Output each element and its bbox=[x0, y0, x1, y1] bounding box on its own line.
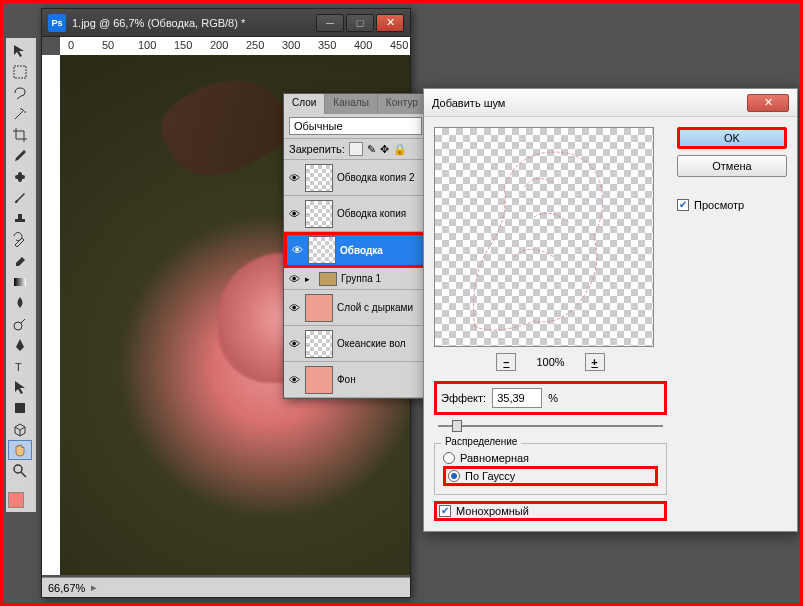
tool-eyedropper[interactable] bbox=[8, 146, 32, 166]
tool-brush[interactable] bbox=[8, 188, 32, 208]
tool-eraser[interactable] bbox=[8, 251, 32, 271]
dialog-close-button[interactable]: ✕ bbox=[747, 94, 789, 112]
visibility-icon[interactable]: 👁 bbox=[287, 301, 301, 315]
dialog-titlebar[interactable]: Добавить шум ✕ bbox=[424, 89, 797, 117]
document-titlebar[interactable]: Ps 1.jpg @ 66,7% (Обводка, RGB/8) * ─ □ … bbox=[42, 9, 410, 37]
chevron-right-icon[interactable]: ▸ bbox=[305, 274, 315, 284]
layer-row-active[interactable]: 👁 Обводка bbox=[284, 232, 427, 268]
layer-thumb bbox=[305, 330, 333, 358]
ruler-vertical bbox=[42, 55, 60, 575]
layer-thumb bbox=[305, 366, 333, 394]
layer-thumb bbox=[305, 200, 333, 228]
lock-brush-icon[interactable]: ✎ bbox=[367, 143, 376, 156]
effect-input[interactable] bbox=[492, 388, 542, 408]
svg-rect-6 bbox=[15, 403, 25, 413]
zoom-controls: – 100% + bbox=[434, 353, 667, 371]
layers-panel: Слои Каналы Контур Обычные Закрепить: ✎ … bbox=[283, 93, 428, 399]
radio-gaussian[interactable]: По Гауссу bbox=[443, 466, 658, 486]
checkbox-monochrome[interactable]: ✔ Монохромный bbox=[434, 501, 667, 521]
tool-move[interactable] bbox=[8, 41, 32, 61]
color-swatches[interactable] bbox=[8, 492, 32, 510]
layer-row[interactable]: 👁 Слой с дырками bbox=[284, 290, 427, 326]
folder-icon bbox=[319, 272, 337, 286]
tool-blur[interactable] bbox=[8, 293, 32, 313]
layer-thumb bbox=[305, 164, 333, 192]
svg-rect-2 bbox=[18, 172, 22, 182]
effect-unit: % bbox=[548, 392, 558, 404]
lock-transparent-icon[interactable] bbox=[349, 142, 363, 156]
tool-path-select[interactable] bbox=[8, 377, 32, 397]
svg-point-4 bbox=[14, 322, 22, 330]
tool-shape[interactable] bbox=[8, 398, 32, 418]
checkbox-preview[interactable]: ✔ Просмотр bbox=[677, 197, 787, 213]
chevron-right-icon[interactable]: ▸ bbox=[91, 581, 97, 594]
layer-list: 👁 Обводка копия 2 👁 Обводка копия 👁 Обво… bbox=[284, 160, 427, 398]
document-title: 1.jpg @ 66,7% (Обводка, RGB/8) * bbox=[72, 17, 314, 29]
visibility-icon[interactable]: 👁 bbox=[290, 243, 304, 257]
zoom-status[interactable]: 66,67% bbox=[48, 582, 85, 594]
panel-tabs: Слои Каналы Контур bbox=[284, 94, 427, 114]
tool-crop[interactable] bbox=[8, 125, 32, 145]
close-button[interactable]: ✕ bbox=[376, 14, 404, 32]
radio-icon[interactable] bbox=[448, 470, 460, 482]
tab-channels[interactable]: Каналы bbox=[325, 94, 378, 114]
lock-row: Закрепить: ✎ ✥ 🔒 bbox=[284, 139, 427, 160]
tool-gradient[interactable] bbox=[8, 272, 32, 292]
layer-row[interactable]: 👁 Обводка копия 2 bbox=[284, 160, 427, 196]
tool-marquee[interactable] bbox=[8, 62, 32, 82]
tab-layers[interactable]: Слои bbox=[284, 94, 325, 114]
dialog-title: Добавить шум bbox=[432, 97, 747, 109]
svg-point-7 bbox=[14, 465, 22, 473]
ruler-horizontal: 0 50 100 150 200 250 300 350 400 450 bbox=[60, 37, 410, 55]
tool-3d[interactable] bbox=[8, 419, 32, 439]
preview-area[interactable] bbox=[434, 127, 654, 347]
svg-rect-0 bbox=[14, 66, 26, 78]
layer-row[interactable]: 👁 Обводка копия bbox=[284, 196, 427, 232]
visibility-icon[interactable]: 👁 bbox=[287, 373, 301, 387]
tool-type[interactable]: T bbox=[8, 356, 32, 376]
effect-amount-row: Эффект: % bbox=[434, 381, 667, 415]
tool-lasso[interactable] bbox=[8, 83, 32, 103]
blend-mode-select[interactable]: Обычные bbox=[289, 117, 422, 135]
zoom-in-button[interactable]: + bbox=[585, 353, 605, 371]
photoshop-icon: Ps bbox=[48, 14, 66, 32]
tool-stamp[interactable] bbox=[8, 209, 32, 229]
checkbox-icon[interactable]: ✔ bbox=[677, 199, 689, 211]
tool-hand[interactable] bbox=[8, 440, 32, 460]
tool-dodge[interactable] bbox=[8, 314, 32, 334]
visibility-icon[interactable]: 👁 bbox=[287, 337, 301, 351]
zoom-out-button[interactable]: – bbox=[496, 353, 516, 371]
add-noise-dialog: Добавить шум ✕ – 100% + Эффект: % bbox=[423, 88, 798, 532]
svg-text:T: T bbox=[15, 361, 22, 373]
layer-thumb bbox=[308, 236, 336, 264]
lock-move-icon[interactable]: ✥ bbox=[380, 143, 389, 156]
slider-thumb[interactable] bbox=[452, 420, 462, 432]
tool-wand[interactable] bbox=[8, 104, 32, 124]
tool-heal[interactable] bbox=[8, 167, 32, 187]
document-statusbar: 66,67% ▸ bbox=[42, 577, 410, 597]
layer-group-row[interactable]: 👁 ▸ Группа 1 bbox=[284, 268, 427, 290]
layer-row[interactable]: 👁 Океанские вол bbox=[284, 326, 427, 362]
radio-icon[interactable] bbox=[443, 452, 455, 464]
tool-zoom[interactable] bbox=[8, 461, 32, 481]
maximize-button[interactable]: □ bbox=[346, 14, 374, 32]
ok-button[interactable]: OK bbox=[677, 127, 787, 149]
lock-all-icon[interactable]: 🔒 bbox=[393, 143, 407, 156]
tool-pen[interactable] bbox=[8, 335, 32, 355]
layer-row[interactable]: 👁 Фон bbox=[284, 362, 427, 398]
svg-rect-3 bbox=[14, 278, 26, 286]
tab-paths[interactable]: Контур bbox=[378, 94, 427, 114]
effect-slider[interactable] bbox=[438, 419, 663, 435]
visibility-icon[interactable]: 👁 bbox=[287, 272, 301, 286]
visibility-icon[interactable]: 👁 bbox=[287, 207, 301, 221]
tool-history-brush[interactable] bbox=[8, 230, 32, 250]
cancel-button[interactable]: Отмена bbox=[677, 155, 787, 177]
minimize-button[interactable]: ─ bbox=[316, 14, 344, 32]
visibility-icon[interactable]: 👁 bbox=[287, 171, 301, 185]
zoom-value: 100% bbox=[536, 356, 564, 368]
tools-toolbar: T bbox=[6, 38, 36, 512]
radio-uniform[interactable]: Равномерная bbox=[443, 450, 658, 466]
effect-label: Эффект: bbox=[441, 392, 486, 404]
distribution-fieldset: Распределение Равномерная По Гауссу bbox=[434, 443, 667, 495]
checkbox-icon[interactable]: ✔ bbox=[439, 505, 451, 517]
